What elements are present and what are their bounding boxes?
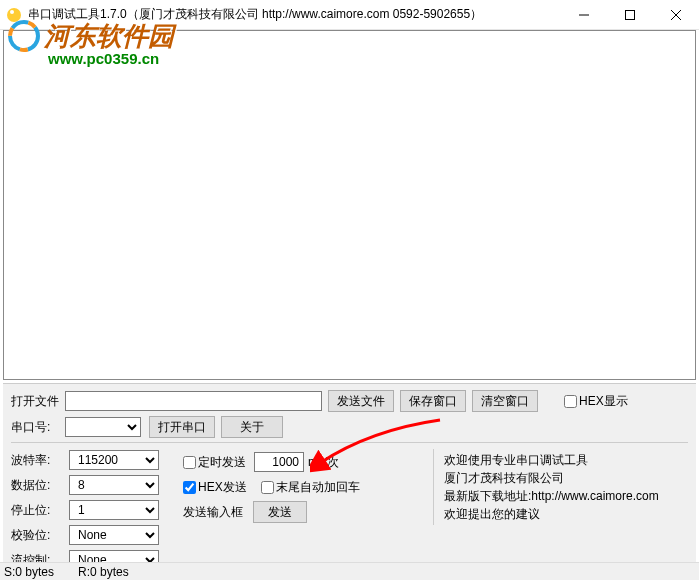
close-button[interactable] [653,0,699,30]
status-sent: S:0 bytes [4,565,54,579]
timed-send-checkbox[interactable] [183,456,196,469]
app-icon [6,7,22,23]
status-bar: S:0 bytes R:0 bytes [0,562,699,580]
interval-unit: ms/次 [308,454,339,471]
baud-select[interactable]: 115200 [69,450,159,470]
minimize-button[interactable] [561,0,607,30]
parity-label: 校验位: [11,527,69,544]
separator [11,442,688,443]
status-received: R:0 bytes [78,565,129,579]
port-select[interactable] [65,417,141,437]
open-file-label: 打开文件 [11,393,65,410]
interval-input[interactable] [254,452,304,472]
receive-textarea[interactable] [3,30,696,380]
timed-send-label: 定时发送 [198,454,246,471]
maximize-button[interactable] [607,0,653,30]
svg-point-0 [7,8,21,22]
info-line-4: 欢迎提出您的建议 [444,505,688,523]
window-title: 串口调试工具1.7.0（厦门才茂科技有限公司 http://www.caimor… [28,6,561,23]
send-button[interactable]: 发送 [253,501,307,523]
info-line-3: 最新版下载地址:http://www.caimore.com [444,487,688,505]
baud-label: 波特率: [11,452,69,469]
send-input-label: 发送输入框 [183,504,243,521]
open-port-button[interactable]: 打开串口 [149,416,215,438]
send-file-button[interactable]: 发送文件 [328,390,394,412]
about-button[interactable]: 关于 [221,416,283,438]
hex-show-label: HEX显示 [579,393,628,410]
auto-cr-label: 末尾自动加回车 [276,479,360,496]
info-line-1: 欢迎使用专业串口调试工具 [444,451,688,469]
info-line-2: 厦门才茂科技有限公司 [444,469,688,487]
save-window-button[interactable]: 保存窗口 [400,390,466,412]
databits-label: 数据位: [11,477,69,494]
stopbits-select[interactable]: 1 [69,500,159,520]
auto-cr-checkbox[interactable] [261,481,274,494]
parity-select[interactable]: None [69,525,159,545]
hex-send-checkbox[interactable] [183,481,196,494]
info-box: 欢迎使用专业串口调试工具 厦门才茂科技有限公司 最新版下载地址:http://w… [433,449,688,525]
titlebar: 串口调试工具1.7.0（厦门才茂科技有限公司 http://www.caimor… [0,0,699,30]
hex-send-label: HEX发送 [198,479,247,496]
svg-point-1 [10,10,14,14]
file-path-input[interactable] [65,391,322,411]
hex-show-checkbox[interactable] [564,395,577,408]
svg-rect-3 [626,10,635,19]
control-panel: 打开文件 发送文件 保存窗口 清空窗口 HEX显示 串口号: 打开串口 关于 波… [3,383,696,562]
port-label: 串口号: [11,419,65,436]
clear-window-button[interactable]: 清空窗口 [472,390,538,412]
stopbits-label: 停止位: [11,502,69,519]
databits-select[interactable]: 8 [69,475,159,495]
